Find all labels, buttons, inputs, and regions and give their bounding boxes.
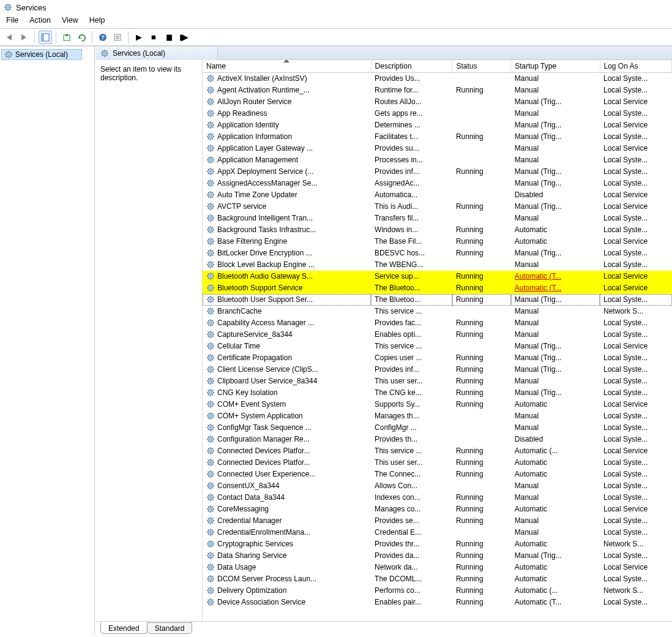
service-description: Enables opti... bbox=[371, 329, 452, 341]
start-service-button[interactable]: ▶ bbox=[132, 31, 146, 44]
menu-help[interactable]: Help bbox=[89, 16, 105, 24]
content-pane: Services (Local) Select an item to view … bbox=[95, 47, 672, 635]
service-row[interactable]: Application ManagementProcesses in...Man… bbox=[203, 154, 672, 166]
service-row[interactable]: Base Filtering EngineThe Base Fil...Runn… bbox=[203, 236, 672, 247]
tab-extended[interactable]: Extended bbox=[100, 622, 147, 634]
service-row[interactable]: CaptureService_8a344Enables opti...Runni… bbox=[203, 329, 672, 341]
menu-file[interactable]: File bbox=[6, 16, 18, 24]
service-row[interactable]: Agent Activation Runtime_...Runtime for.… bbox=[203, 85, 672, 96]
gear-icon bbox=[206, 458, 215, 467]
restart-service-button[interactable]: ▮▶ bbox=[176, 31, 190, 44]
console-tree[interactable]: Services (Local) bbox=[0, 47, 95, 635]
service-row[interactable]: Cryptographic ServicesProvides thr...Run… bbox=[203, 538, 672, 550]
service-row[interactable]: AllJoyn Router ServiceRoutes AllJo...Man… bbox=[203, 96, 672, 108]
service-log-on-as: Local Syste... bbox=[600, 352, 671, 364]
service-row[interactable]: Client License Service (ClipS...Provides… bbox=[203, 364, 672, 375]
service-status: Running bbox=[452, 492, 511, 503]
service-row[interactable]: BranchCacheThis service ...ManualNetwork… bbox=[203, 306, 672, 317]
service-row[interactable]: CoreMessagingManages co...RunningAutomat… bbox=[203, 503, 672, 515]
service-row[interactable]: BitLocker Drive Encryption ...BDESVC hos… bbox=[203, 247, 672, 259]
service-row[interactable]: Bluetooth Audio Gateway S...Service sup.… bbox=[203, 271, 672, 282]
service-row[interactable]: Connected Devices Platfor...This user se… bbox=[203, 457, 672, 469]
service-startup-type: Automatic (... bbox=[511, 585, 600, 597]
service-log-on-as: Local Syste... bbox=[600, 317, 671, 329]
service-status bbox=[452, 178, 511, 189]
service-name: Connected Devices Platfor... bbox=[217, 447, 367, 455]
services-list[interactable]: Name Description Status Startup Type Log… bbox=[203, 60, 672, 621]
service-row[interactable]: Connected User Experience...The Connec..… bbox=[203, 469, 672, 480]
service-status: Running bbox=[452, 457, 511, 469]
service-name: Block Level Backup Engine ... bbox=[217, 260, 367, 269]
stop-service-button[interactable]: ■ bbox=[147, 31, 160, 44]
tree-item-services-local[interactable]: Services (Local) bbox=[1, 49, 82, 60]
service-row[interactable]: ConfigMgr Task Sequence ...ConfigMgr ...… bbox=[203, 422, 672, 434]
tab-standard[interactable]: Standard bbox=[147, 622, 193, 634]
service-row[interactable]: Block Level Backup Engine ...The WBENG..… bbox=[203, 259, 672, 271]
gear-icon bbox=[206, 284, 215, 292]
service-status: Running bbox=[452, 271, 511, 282]
column-startup-type[interactable]: Startup Type bbox=[511, 60, 600, 73]
pause-service-button[interactable]: ▮▮ bbox=[162, 31, 175, 44]
service-row[interactable]: Application IdentityDetermines ...Manual… bbox=[203, 119, 672, 131]
service-row[interactable]: Background Intelligent Tran...Transfers … bbox=[203, 213, 672, 224]
service-description: Provides inf... bbox=[371, 364, 452, 375]
service-startup-type: Manual bbox=[511, 422, 600, 434]
service-startup-type: Manual bbox=[511, 527, 600, 538]
service-row[interactable]: AVCTP serviceThis is Audi...RunningManua… bbox=[203, 201, 672, 213]
service-name: Device Association Service bbox=[217, 598, 367, 606]
service-row[interactable]: DCOM Server Process Laun...The DCOML...R… bbox=[203, 573, 672, 585]
service-description: Transfers fil... bbox=[371, 213, 452, 224]
help-button[interactable]: ? bbox=[96, 31, 110, 44]
service-row[interactable]: Data UsageNetwork da...RunningAutomaticL… bbox=[203, 562, 672, 573]
service-row[interactable]: Device Association ServiceEnables pair..… bbox=[203, 597, 672, 608]
service-row[interactable]: CredentialEnrollmentMana...Credential E.… bbox=[203, 527, 672, 538]
service-row[interactable]: ConsentUX_8a344Allows Con...ManualLocal … bbox=[203, 480, 672, 492]
service-row[interactable]: Connected Devices Platfor...This service… bbox=[203, 445, 672, 457]
service-row[interactable]: Application Layer Gateway ...Provides su… bbox=[203, 143, 672, 154]
service-row[interactable]: Data Sharing ServiceProvides da...Runnin… bbox=[203, 550, 672, 562]
service-log-on-as: Local Service bbox=[600, 562, 671, 573]
service-row[interactable]: Clipboard User Service_8a344This user se… bbox=[203, 375, 672, 387]
column-status[interactable]: Status bbox=[452, 60, 511, 73]
service-row[interactable]: Delivery OptimizationPerforms co...Runni… bbox=[203, 585, 672, 597]
gear-icon bbox=[206, 179, 215, 187]
refresh-button[interactable] bbox=[75, 31, 88, 44]
service-name: Application Information bbox=[217, 132, 367, 141]
menu-action[interactable]: Action bbox=[29, 16, 51, 24]
properties-button[interactable] bbox=[111, 31, 124, 44]
service-description: This service ... bbox=[371, 445, 452, 457]
export-list-button[interactable] bbox=[60, 31, 73, 44]
service-row[interactable]: COM+ Event SystemSupports Sy...RunningAu… bbox=[203, 399, 672, 410]
service-row[interactable]: Background Tasks Infrastruc...Windows in… bbox=[203, 224, 672, 236]
menu-view[interactable]: View bbox=[62, 16, 78, 24]
service-row[interactable]: AssignedAccessManager Se...AssignedAc...… bbox=[203, 178, 672, 189]
service-row[interactable]: AppX Deployment Service (...Provides inf… bbox=[203, 166, 672, 178]
show-hide-tree-button[interactable] bbox=[39, 31, 52, 44]
service-startup-type: Manual bbox=[511, 317, 600, 329]
service-row[interactable]: Credential ManagerProvides se...RunningM… bbox=[203, 515, 672, 527]
nav-forward-button[interactable] bbox=[17, 31, 31, 44]
main-area: Services (Local) Services (Local) Select… bbox=[0, 46, 672, 635]
service-row[interactable]: COM+ System ApplicationManages th...Manu… bbox=[203, 410, 672, 422]
service-row[interactable]: CNG Key IsolationThe CNG ke...RunningMan… bbox=[203, 387, 672, 399]
service-row[interactable]: Auto Time Zone UpdaterAutomatica...Disab… bbox=[203, 189, 672, 201]
service-row[interactable]: Cellular TimeThis service ...Manual (Tri… bbox=[203, 341, 672, 352]
service-startup-type: Manual (Trig... bbox=[511, 178, 600, 189]
column-log-on-as[interactable]: Log On As bbox=[600, 60, 671, 73]
service-row[interactable]: Configuration Manager Re...Provides th..… bbox=[203, 434, 672, 445]
service-row[interactable]: ActiveX Installer (AxInstSV)Provides Us.… bbox=[203, 73, 672, 85]
service-status bbox=[452, 259, 511, 271]
nav-back-button[interactable] bbox=[2, 31, 16, 44]
service-row[interactable]: Bluetooth User Support Ser...The Bluetoo… bbox=[203, 294, 672, 306]
service-row[interactable]: Capability Access Manager ...Provides fa… bbox=[203, 317, 672, 329]
service-row[interactable]: Application InformationFacilitates t...R… bbox=[203, 131, 672, 143]
service-row[interactable]: App ReadinessGets apps re...ManualLocal … bbox=[203, 108, 672, 119]
service-description: Provides su... bbox=[371, 143, 452, 154]
service-startup-type: Manual (Trig... bbox=[511, 364, 600, 375]
column-description[interactable]: Description bbox=[371, 60, 452, 73]
column-name[interactable]: Name bbox=[203, 60, 371, 73]
service-name: Contact Data_8a344 bbox=[217, 493, 367, 502]
service-row[interactable]: Certificate PropagationCopies user ...Ru… bbox=[203, 352, 672, 364]
service-row[interactable]: Contact Data_8a344Indexes con...RunningM… bbox=[203, 492, 672, 503]
service-row[interactable]: Bluetooth Support ServiceThe Bluetoo...R… bbox=[203, 282, 672, 294]
